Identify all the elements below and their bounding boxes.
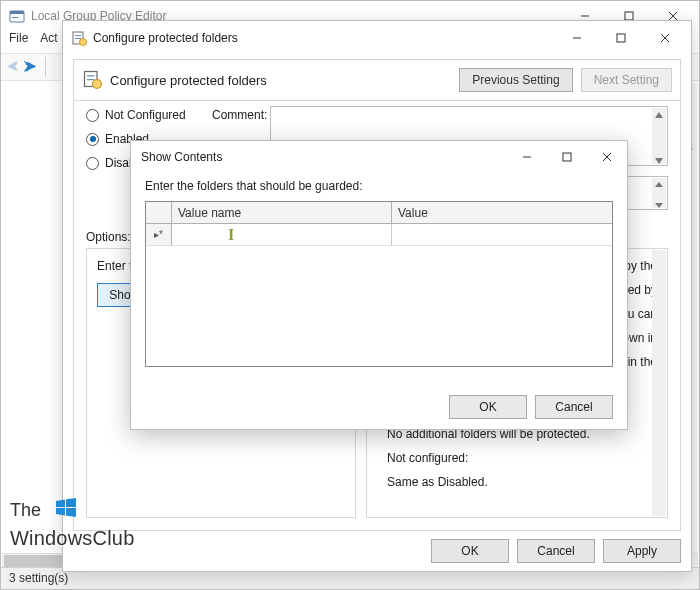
radio-not-configured[interactable]: Not Configured	[86, 108, 186, 122]
menu-file[interactable]: File	[9, 31, 28, 53]
config-heading: Configure protected folders	[110, 73, 451, 88]
radio-label: Not Configured	[105, 108, 186, 122]
svg-marker-22	[655, 203, 663, 208]
dialog-buttons: OK Cancel	[449, 395, 613, 419]
apply-button[interactable]: Apply	[603, 539, 681, 563]
show-contents-titlebar: Show Contents	[131, 141, 627, 173]
svg-marker-19	[655, 112, 663, 118]
forward-icon[interactable]: ⮞	[23, 59, 37, 75]
svg-marker-28	[66, 498, 76, 507]
column-value[interactable]: Value	[392, 202, 612, 224]
config-titlebar: Configure protected folders	[63, 21, 691, 55]
radio-icon	[86, 133, 99, 146]
svg-marker-21	[655, 182, 663, 187]
maximize-button[interactable]	[547, 143, 587, 171]
dialog-buttons: OK Cancel Apply	[431, 539, 681, 563]
instruction-text: Enter the folders that should be guarded…	[131, 173, 627, 201]
comment-label: Comment:	[212, 108, 267, 122]
status-text: 3 setting(s)	[9, 571, 68, 585]
watermark-line1: The	[10, 496, 134, 527]
value-cell[interactable]	[392, 224, 612, 246]
window-controls	[507, 143, 627, 171]
menu-action[interactable]: Act	[40, 31, 57, 53]
config-title: Configure protected folders	[93, 31, 555, 45]
column-value-name[interactable]: Value name	[172, 202, 392, 224]
watermark-line2: WindowsClub	[10, 527, 134, 550]
svg-rect-12	[617, 34, 625, 42]
svg-marker-20	[655, 158, 663, 164]
value-name-cell[interactable]: I	[172, 224, 392, 246]
help-notconfigured-heading: Not configured:	[377, 449, 657, 467]
row-header-corner	[146, 202, 172, 224]
svg-marker-29	[56, 508, 65, 516]
separator	[74, 100, 680, 101]
show-contents-title: Show Contents	[141, 150, 507, 164]
text-cursor-icon: I	[228, 226, 234, 244]
svg-rect-2	[12, 17, 18, 18]
minimize-button[interactable]	[507, 143, 547, 171]
svg-point-18	[93, 79, 102, 88]
values-grid[interactable]: Value name Value ▸* I	[145, 201, 613, 367]
scrollbar[interactable]	[652, 250, 666, 516]
svg-rect-9	[75, 38, 81, 39]
previous-setting-button[interactable]: Previous Setting	[459, 68, 572, 92]
show-contents-window: Show Contents Enter the folders that sho…	[130, 140, 628, 430]
window-controls	[555, 24, 687, 52]
back-icon[interactable]: ⮜	[7, 60, 19, 74]
grid-new-row[interactable]: ▸* I	[146, 224, 612, 246]
radio-icon	[86, 109, 99, 122]
policy-icon	[82, 69, 102, 92]
svg-rect-1	[10, 11, 24, 14]
ok-button[interactable]: OK	[431, 539, 509, 563]
svg-marker-27	[56, 500, 65, 508]
options-label: Options:	[86, 230, 131, 244]
watermark: The WindowsClub	[10, 496, 134, 550]
maximize-button[interactable]	[599, 24, 643, 52]
svg-rect-8	[75, 35, 81, 36]
row-indicator: ▸*	[146, 224, 172, 246]
policy-icon	[71, 30, 87, 46]
svg-rect-16	[87, 75, 95, 76]
minimize-button[interactable]	[555, 24, 599, 52]
grid-header: Value name Value	[146, 202, 612, 224]
next-setting-button[interactable]: Next Setting	[581, 68, 672, 92]
close-button[interactable]	[643, 24, 687, 52]
svg-rect-4	[625, 12, 633, 20]
cancel-button[interactable]: Cancel	[517, 539, 595, 563]
svg-rect-17	[87, 79, 95, 80]
svg-marker-30	[66, 508, 76, 517]
scrollbar[interactable]	[652, 178, 666, 208]
ok-button[interactable]: OK	[449, 395, 527, 419]
separator	[45, 57, 46, 77]
close-button[interactable]	[587, 143, 627, 171]
radio-icon	[86, 157, 99, 170]
windows-logo-icon	[54, 496, 78, 525]
scrollbar[interactable]	[652, 108, 666, 164]
scrollbar-thumb[interactable]	[4, 555, 66, 567]
help-notconfigured-text: Same as Disabled.	[377, 473, 657, 491]
gpedit-icon	[9, 8, 25, 24]
svg-rect-24	[563, 153, 571, 161]
cancel-button[interactable]: Cancel	[535, 395, 613, 419]
svg-point-10	[80, 39, 87, 46]
config-header: Configure protected folders Previous Set…	[74, 60, 680, 100]
